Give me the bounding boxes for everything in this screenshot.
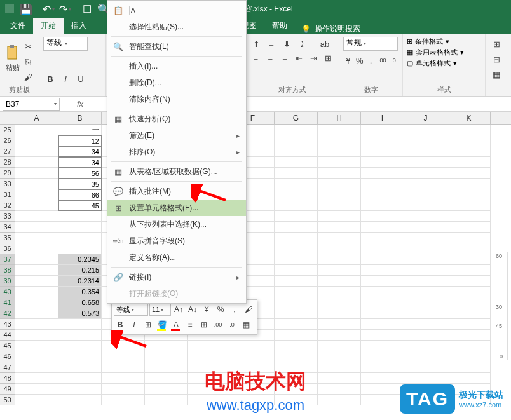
cell[interactable] (318, 233, 361, 243)
cell[interactable] (404, 233, 447, 243)
cell[interactable] (58, 384, 102, 395)
cell[interactable] (361, 395, 404, 405)
cell[interactable] (361, 233, 404, 243)
mini-align-icon[interactable]: ≡ (184, 318, 196, 331)
ctx-insert-comment[interactable]: 💬插入批注(M) (107, 183, 246, 200)
ctx-filter[interactable]: 筛选(E)▸ (107, 127, 246, 144)
insert-cells-icon[interactable]: ⊞ (489, 37, 503, 51)
cell[interactable] (275, 319, 318, 330)
cell[interactable] (361, 146, 404, 157)
cell[interactable] (275, 297, 318, 308)
delete-cells-icon[interactable]: ⊟ (489, 52, 503, 66)
italic-button[interactable]: I (58, 72, 72, 86)
cell[interactable] (102, 351, 145, 362)
ctx-quick-analysis[interactable]: ▦快速分析(Q) (107, 111, 246, 127)
row-header[interactable]: 46 (0, 351, 15, 362)
row-header[interactable]: 35 (0, 233, 15, 243)
cell[interactable] (275, 125, 318, 135)
row-header[interactable]: 48 (0, 373, 15, 384)
save-icon[interactable]: 💾 (19, 2, 33, 16)
cell[interactable] (58, 222, 102, 233)
cell[interactable] (404, 189, 447, 200)
row-header[interactable]: 44 (0, 330, 15, 341)
row-header[interactable]: 37 (0, 254, 15, 265)
cell[interactable] (275, 351, 318, 362)
cell[interactable] (447, 168, 491, 179)
cell[interactable] (58, 233, 102, 243)
ctx-insert[interactable]: 插入(I)... (107, 58, 246, 74)
cell[interactable] (275, 233, 318, 243)
cell[interactable] (404, 168, 447, 179)
row-header[interactable]: 42 (0, 308, 15, 319)
cell[interactable] (361, 362, 404, 373)
cell[interactable] (404, 287, 447, 297)
cell[interactable]: 35 (58, 179, 102, 189)
cell[interactable] (404, 330, 447, 341)
row-header[interactable]: 43 (0, 319, 15, 330)
cell[interactable] (318, 373, 361, 384)
cell[interactable] (404, 146, 447, 157)
cell[interactable] (145, 373, 188, 384)
cell[interactable] (15, 179, 58, 189)
copy-icon[interactable]: ⎘ (21, 55, 35, 69)
cell[interactable] (447, 179, 491, 189)
row-header[interactable]: 28 (0, 157, 15, 168)
cell-styles-button[interactable]: ▢ 单元格样式 ▾ (407, 58, 481, 68)
cell[interactable] (361, 157, 404, 168)
mini-bold-button[interactable]: B (114, 318, 126, 331)
cell[interactable] (15, 319, 58, 330)
cell[interactable] (318, 157, 361, 168)
redo-icon[interactable]: ↷▾ (58, 2, 72, 16)
cell[interactable] (318, 146, 361, 157)
cell[interactable] (15, 265, 58, 276)
row-header[interactable]: 34 (0, 222, 15, 233)
cell[interactable] (58, 362, 102, 373)
mini-grow-font-icon[interactable]: A↑ (172, 303, 185, 316)
row-header[interactable]: 31 (0, 189, 15, 200)
cell[interactable]: 0.658 (58, 297, 102, 308)
cell[interactable] (404, 308, 447, 319)
cell[interactable] (318, 351, 361, 362)
orientation-icon[interactable]: ⤸ (295, 37, 309, 51)
cell[interactable] (58, 351, 102, 362)
comma-button[interactable]: , (366, 53, 376, 67)
cell[interactable] (361, 287, 404, 297)
cell[interactable]: 56 (58, 168, 102, 179)
row-header[interactable]: 25 (0, 125, 15, 135)
cell[interactable] (318, 265, 361, 276)
cell[interactable] (145, 362, 188, 373)
cell[interactable] (275, 341, 318, 351)
cell[interactable] (361, 125, 404, 135)
cell[interactable]: 一 (58, 125, 102, 135)
fx-button[interactable]: fx (72, 99, 88, 109)
cell[interactable] (404, 276, 447, 287)
cell[interactable] (447, 362, 491, 373)
cell[interactable] (318, 308, 361, 319)
mini-inc-decimal-icon[interactable]: .0 (226, 318, 238, 331)
ctx-delete[interactable]: 删除(D)... (107, 74, 246, 91)
ctx-define-name[interactable]: 定义名称(A)... (107, 249, 246, 266)
row-header[interactable]: 50 (0, 395, 15, 405)
format-painter-icon[interactable]: 🖌 (21, 70, 35, 84)
number-format-select[interactable]: 常规 ▾ (343, 37, 398, 51)
cell[interactable] (15, 168, 58, 179)
paste-button[interactable]: 粘贴 (4, 37, 21, 79)
row-header[interactable]: 41 (0, 297, 15, 308)
cell[interactable] (275, 287, 318, 297)
row-header[interactable]: 30 (0, 179, 15, 189)
column-header[interactable]: J (404, 112, 447, 124)
undo-icon[interactable]: ↶▾ (41, 2, 55, 16)
cell[interactable] (361, 341, 404, 351)
cell[interactable] (404, 362, 447, 373)
cell[interactable] (361, 211, 404, 222)
tab-help[interactable]: 帮助 (264, 17, 295, 34)
mini-merge-icon[interactable]: ⊞ (198, 318, 210, 331)
cell[interactable] (361, 200, 404, 211)
cell[interactable] (15, 287, 58, 297)
align-left-icon[interactable]: ≡ (249, 51, 262, 65)
cell[interactable] (275, 276, 318, 287)
font-name-select[interactable]: 等线 ▾ (43, 37, 88, 51)
mini-shrink-font-icon[interactable]: A↓ (186, 303, 199, 316)
name-box[interactable]: B37▾ (3, 98, 60, 111)
cell[interactable] (318, 211, 361, 222)
